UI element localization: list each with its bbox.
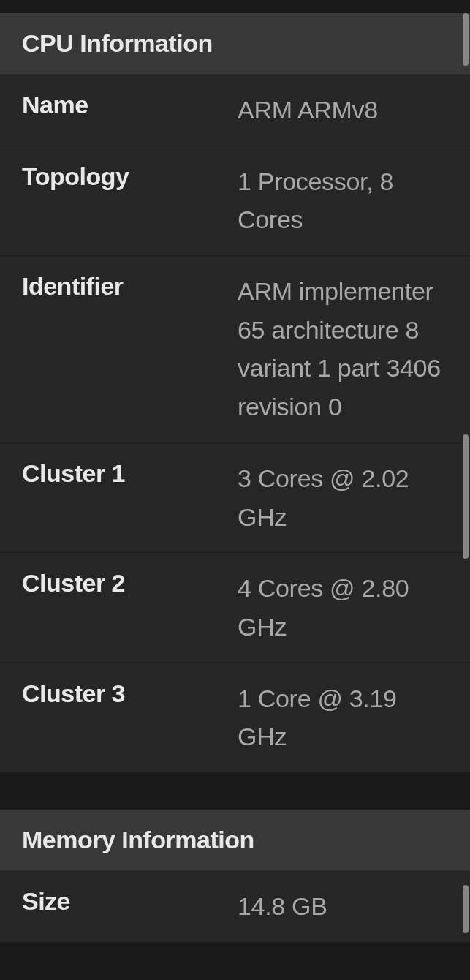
cpu-cluster1-label: Cluster 1 (22, 459, 238, 536)
cpu-cluster3-value: 1 Core @ 3.19 GHz (238, 679, 448, 756)
top-bar (0, 0, 470, 13)
cpu-identifier-row: Identifier ARM implementer 65 architectu… (0, 256, 470, 443)
cpu-cluster2-value: 4 Cores @ 2.80 GHz (238, 569, 448, 646)
cpu-cluster3-label: Cluster 3 (22, 679, 238, 756)
cpu-identifier-value: ARM implementer 65 architecture 8 varian… (238, 272, 448, 426)
memory-size-label: Size (22, 887, 238, 926)
scrollbar-thumb[interactable] (463, 13, 469, 66)
memory-size-value: 14.8 GB (238, 887, 448, 926)
bottom-spacer (0, 943, 470, 980)
section-gap (0, 773, 470, 810)
scrollbar-thumb[interactable] (463, 885, 469, 933)
cpu-topology-row: Topology 1 Processor, 8 Cores (0, 146, 470, 256)
cpu-cluster3-row: Cluster 3 1 Core @ 3.19 GHz (0, 663, 470, 773)
memory-section-header: Memory Information (0, 810, 470, 871)
memory-section-title: Memory Information (22, 826, 448, 854)
cpu-topology-value: 1 Processor, 8 Cores (238, 162, 448, 239)
cpu-name-value: ARM ARMv8 (238, 91, 448, 129)
cpu-section-title: CPU Information (22, 29, 448, 58)
cpu-cluster1-value: 3 Cores @ 2.02 GHz (238, 459, 448, 536)
cpu-name-row: Name ARM ARMv8 (0, 75, 470, 146)
cpu-cluster2-row: Cluster 2 4 Cores @ 2.80 GHz (0, 553, 470, 663)
cpu-name-label: Name (22, 91, 238, 129)
memory-size-row: Size 14.8 GB (0, 871, 470, 943)
cpu-topology-label: Topology (22, 162, 238, 239)
scrollbar-thumb[interactable] (463, 434, 469, 559)
cpu-cluster1-row: Cluster 1 3 Cores @ 2.02 GHz (0, 443, 470, 553)
cpu-identifier-label: Identifier (22, 272, 238, 426)
cpu-section-header: CPU Information (0, 13, 470, 75)
cpu-cluster2-label: Cluster 2 (22, 569, 238, 646)
